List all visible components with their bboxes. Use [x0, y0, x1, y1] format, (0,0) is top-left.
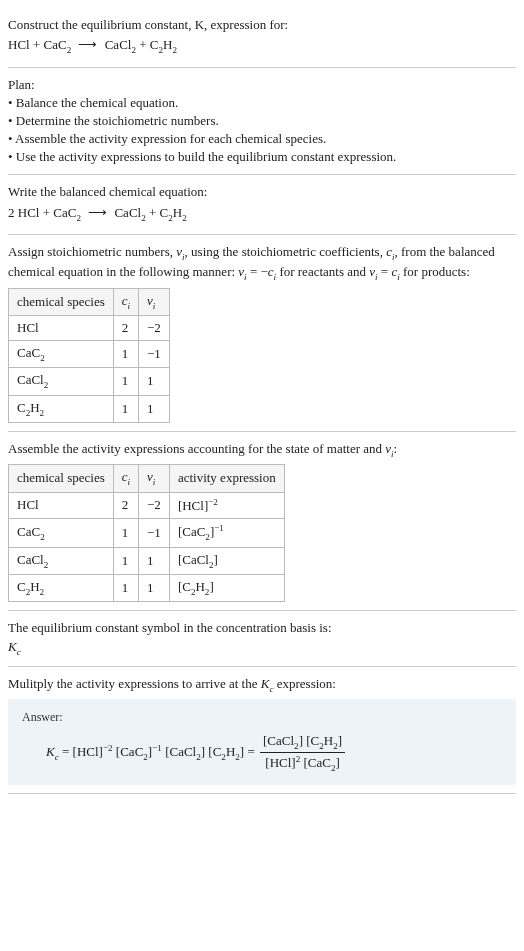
col-species: chemical species: [9, 465, 114, 492]
table-row: CaCl2 1 1: [9, 368, 170, 395]
fraction: [CaCl2] [C2H2] [HCl]2 [CaC2]: [260, 732, 345, 775]
species-hcl: HCl: [18, 205, 40, 220]
col-ci: ci: [113, 465, 138, 492]
cell-ci: 2: [113, 492, 138, 519]
cell-species: C2H2: [9, 575, 114, 602]
numerator: [CaCl2] [C2H2]: [260, 732, 345, 753]
kc-intro: The equilibrium constant symbol in the c…: [8, 619, 516, 637]
cell-activity: [CaC2]−1: [169, 519, 284, 548]
balanced-section: Write the balanced chemical equation: 2 …: [8, 175, 516, 235]
plan-label: Plan:: [8, 76, 516, 94]
activity-intro: Assemble the activity expressions accoun…: [8, 440, 516, 460]
col-vi: νi: [139, 465, 170, 492]
problem-title: Construct the equilibrium constant, K, e…: [8, 16, 516, 34]
cell-activity: [CaCl2]: [169, 547, 284, 574]
unbalanced-equation: HCl + CaC2 ⟶ CaCl2 + C2H2: [8, 36, 516, 56]
stoich-table: chemical species ci νi HCl 2 −2 CaC2 1 −…: [8, 288, 170, 423]
cell-ci: 1: [113, 368, 138, 395]
col-vi: νi: [139, 288, 170, 315]
table-row: C2H2 1 1: [9, 395, 170, 422]
table-row: CaCl2 1 1 [CaCl2]: [9, 547, 285, 574]
table-row: C2H2 1 1 [C2H2]: [9, 575, 285, 602]
species-c2h2: C2H2: [160, 205, 187, 220]
problem-statement: Construct the equilibrium constant, K, e…: [8, 8, 516, 68]
table-row: HCl 2 −2 [HCl]−2: [9, 492, 285, 519]
cell-ci: 1: [113, 575, 138, 602]
species-cac2: CaC2: [53, 205, 81, 220]
coefficient: 2: [8, 205, 15, 220]
table-row: HCl 2 −2: [9, 315, 170, 340]
cell-species: HCl: [9, 492, 114, 519]
plan-bullet: • Balance the chemical equation.: [8, 94, 516, 112]
stoich-intro: Assign stoichiometric numbers, νi, using…: [8, 243, 516, 284]
kc-symbol: Kc: [8, 638, 516, 658]
answer-box: Answer: Kc = [HCl]−2 [CaC2]−1 [CaCl2] [C…: [8, 699, 516, 785]
final-section: Mulitply the activity expressions to arr…: [8, 667, 516, 794]
table-header-row: chemical species ci νi: [9, 288, 170, 315]
cell-vi: 1: [139, 547, 170, 574]
cell-vi: 1: [139, 575, 170, 602]
cell-vi: 1: [139, 368, 170, 395]
cell-species: HCl: [9, 315, 114, 340]
final-intro: Mulitply the activity expressions to arr…: [8, 675, 516, 695]
plan-bullet: • Determine the stoichiometric numbers.: [8, 112, 516, 130]
denominator: [HCl]2 [CaC2]: [260, 753, 345, 775]
answer-label: Answer:: [22, 709, 502, 726]
table-row: CaC2 1 −1: [9, 341, 170, 368]
cell-vi: −2: [139, 492, 170, 519]
col-species: chemical species: [9, 288, 114, 315]
cell-species: CaC2: [9, 341, 114, 368]
activity-table: chemical species ci νi activity expressi…: [8, 464, 285, 602]
kc-symbol-section: The equilibrium constant symbol in the c…: [8, 611, 516, 667]
table-header-row: chemical species ci νi activity expressi…: [9, 465, 285, 492]
reaction-arrow-icon: ⟶: [88, 204, 107, 222]
cell-ci: 1: [113, 341, 138, 368]
species-cac2: CaC2: [44, 37, 72, 52]
cell-ci: 1: [113, 547, 138, 574]
cell-vi: −1: [139, 519, 170, 548]
cell-ci: 1: [113, 519, 138, 548]
cell-ci: 1: [113, 395, 138, 422]
activity-section: Assemble the activity expressions accoun…: [8, 432, 516, 611]
cell-vi: −2: [139, 315, 170, 340]
cell-species: CaC2: [9, 519, 114, 548]
plan-section: Plan: • Balance the chemical equation. •…: [8, 68, 516, 176]
col-ci: ci: [113, 288, 138, 315]
plan-bullet: • Use the activity expressions to build …: [8, 148, 516, 166]
species-cacl2: CaCl2: [114, 205, 145, 220]
reaction-arrow-icon: ⟶: [78, 36, 97, 54]
balanced-intro: Write the balanced chemical equation:: [8, 183, 516, 201]
species-cacl2: CaCl2: [105, 37, 136, 52]
balanced-equation: 2 HCl + CaC2 ⟶ CaCl2 + C2H2: [8, 204, 516, 224]
cell-species: C2H2: [9, 395, 114, 422]
col-activity: activity expression: [169, 465, 284, 492]
cell-activity: [HCl]−2: [169, 492, 284, 519]
cell-ci: 2: [113, 315, 138, 340]
table-row: CaC2 1 −1 [CaC2]−1: [9, 519, 285, 548]
cell-vi: 1: [139, 395, 170, 422]
stoich-section: Assign stoichiometric numbers, νi, using…: [8, 235, 516, 432]
plan-bullet: • Assemble the activity expression for e…: [8, 130, 516, 148]
cell-species: CaCl2: [9, 368, 114, 395]
species-hcl: HCl: [8, 37, 30, 52]
cell-species: CaCl2: [9, 547, 114, 574]
cell-activity: [C2H2]: [169, 575, 284, 602]
kc-expression: Kc = [HCl]−2 [CaC2]−1 [CaCl2] [C2H2] = […: [22, 732, 502, 775]
cell-vi: −1: [139, 341, 170, 368]
species-c2h2: C2H2: [150, 37, 177, 52]
